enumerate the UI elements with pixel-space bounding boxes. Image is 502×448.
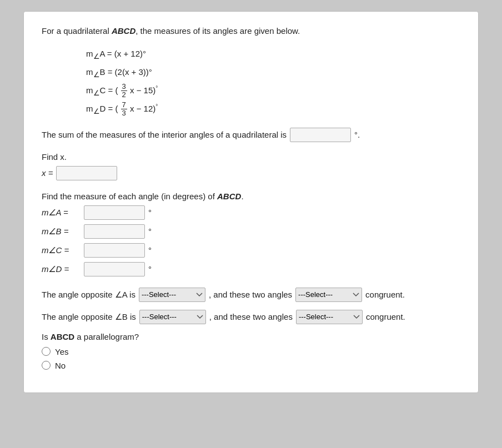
angle-b-input[interactable] [84, 224, 145, 239]
x-label: x = [42, 168, 53, 178]
radio-no-label: No [55, 361, 66, 370]
statement-2-text2: , and these two angles [209, 312, 293, 321]
degree-d: ° [148, 264, 152, 274]
equation-a: m∠A = (x + 12)° [86, 46, 460, 64]
find-angles-title: Find the measure of each angle (in degre… [42, 192, 460, 201]
equation-c: m∠C = ( 3 2 x − 15)° [86, 82, 460, 100]
angle-row-d: m∠D = ° [42, 262, 460, 276]
radio-no[interactable] [42, 361, 51, 370]
equation-b: m∠B = (2(x + 3))° [86, 64, 460, 82]
statement-1-text3: congruent. [365, 290, 405, 299]
abcd-label-intro: ABCD [112, 26, 135, 36]
angle-c-label: m∠C = [42, 245, 81, 255]
statement-1: The angle opposite ∠A is ---Select--- ∠A… [42, 288, 460, 302]
parallelogram-section: Is ABCD a parallelogram? Yes No [42, 332, 460, 370]
angle-b-label: m∠B = [42, 226, 81, 236]
degree-b: ° [148, 226, 152, 236]
statement-2-text1: The angle opposite ∠B is [42, 312, 136, 322]
find-x-row: x = [42, 166, 460, 180]
angle-a-input[interactable] [84, 205, 145, 220]
statement-1-text1: The angle opposite ∠A is [42, 290, 135, 300]
select-opposite-a[interactable]: ---Select--- ∠A ∠B ∠C ∠D [139, 288, 205, 302]
sum-line: The sum of the measures of the interior … [42, 128, 460, 142]
statement-2-text3: congruent. [366, 312, 405, 321]
radio-yes-label: Yes [55, 347, 68, 356]
radio-row-yes: Yes [42, 347, 460, 356]
equations-block: m∠A = (x + 12)° m∠B = (2(x + 3))° m∠C = … [86, 46, 460, 119]
angle-row-a: m∠A = ° [42, 205, 460, 220]
main-card: For a quadrilateral ABCD, the measures o… [23, 11, 479, 393]
angle-d-label: m∠D = [42, 264, 81, 274]
select-congruent-a[interactable]: ---Select--- are are not [295, 288, 362, 302]
select-opposite-b[interactable]: ---Select--- ∠A ∠B ∠C ∠D [139, 310, 206, 324]
equation-d: m∠D = ( 7 3 x − 12)° [86, 100, 460, 119]
degree-a: ° [148, 208, 152, 217]
angle-row-b: m∠B = ° [42, 224, 460, 239]
statement-2: The angle opposite ∠B is ---Select--- ∠A… [42, 310, 460, 324]
statement-1-text2: , and these two angles [209, 290, 292, 299]
find-x-title: Find x. [42, 152, 460, 162]
angle-row-c: m∠C = ° [42, 243, 460, 258]
sum-input[interactable] [290, 128, 351, 142]
angle-rows: m∠A = ° m∠B = ° m∠C = ° m∠D = ° [42, 205, 460, 276]
angle-a-label: m∠A = [42, 208, 81, 218]
sum-degree: °. [354, 130, 360, 139]
degree-c: ° [148, 245, 152, 255]
radio-row-no: No [42, 361, 460, 370]
radio-yes[interactable] [42, 347, 51, 356]
angle-c-input[interactable] [84, 243, 145, 258]
angle-d-input[interactable] [84, 262, 145, 276]
x-input[interactable] [56, 166, 117, 180]
parallelogram-question: Is ABCD a parallelogram? [42, 332, 460, 341]
sum-text: The sum of the measures of the interior … [42, 130, 287, 139]
intro-paragraph: For a quadrilateral ABCD, the measures o… [42, 25, 460, 38]
select-congruent-b[interactable]: ---Select--- are are not [296, 310, 363, 324]
